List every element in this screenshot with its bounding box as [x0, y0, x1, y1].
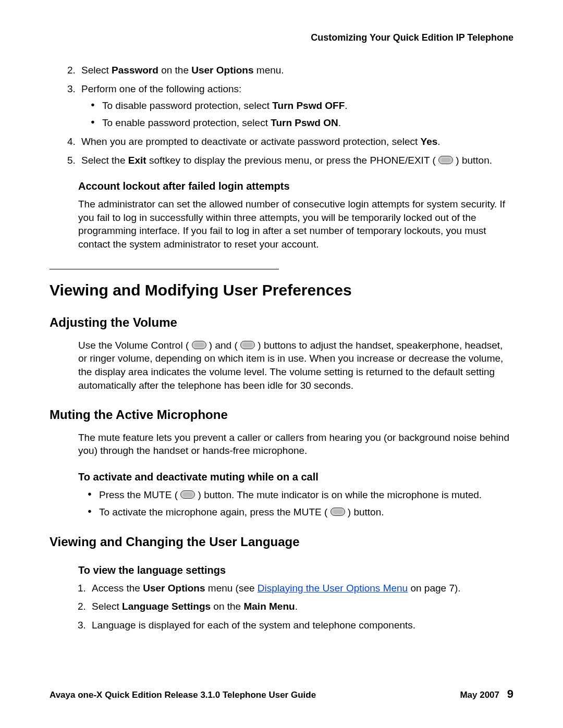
footer-date: May 2007	[460, 690, 499, 700]
volume-paragraph: Use the Volume Control ( ) and ( ) butto…	[78, 339, 513, 392]
password-steps: Select Password on the User Options menu…	[78, 64, 513, 167]
running-header: Customizing Your Quick Edition IP Teleph…	[50, 31, 513, 44]
step-3-bullet-1: To disable password protection, select T…	[91, 99, 513, 113]
lang-step-2: Select Language Settings on the Main Men…	[89, 600, 513, 613]
footer-doc-title: Avaya one-X Quick Edition Release 3.1.0 …	[50, 689, 316, 701]
language-subheading: To view the language settings	[78, 563, 513, 577]
section-title: Viewing and Modifying User Preferences	[50, 280, 513, 301]
lockout-heading: Account lockout after failed login attem…	[78, 179, 513, 193]
page-footer: Avaya one-X Quick Edition Release 3.1.0 …	[50, 686, 513, 702]
step-3-bullet-2: To enable password protection, select Tu…	[91, 116, 513, 130]
mute-heading: Muting the Active Microphone	[50, 406, 513, 423]
page-number: 9	[507, 687, 513, 700]
step-4: When you are prompted to deactivate or a…	[78, 135, 513, 149]
document-page: Customizing Your Quick Edition IP Teleph…	[0, 0, 563, 728]
mute-bullet-1: Press the MUTE ( ) button. The mute indi…	[88, 488, 513, 502]
step-2: Select Password on the User Options menu…	[78, 64, 513, 77]
volume-heading: Adjusting the Volume	[50, 314, 513, 331]
volume-down-button-icon	[192, 341, 206, 349]
lockout-paragraph: The administrator can set the allowed nu…	[78, 198, 513, 251]
section-divider	[50, 269, 279, 269]
mute-button-icon	[180, 490, 195, 499]
mute-button-icon	[331, 508, 345, 516]
step-5: Select the Exit softkey to display the p…	[78, 154, 513, 167]
mute-bullet-2: To activate the microphone again, press …	[88, 505, 513, 519]
user-options-menu-link[interactable]: Displaying the User Options Menu	[258, 583, 408, 594]
step-3: Perform one of the following actions: To…	[78, 82, 513, 130]
footer-right: May 2007 9	[460, 686, 513, 702]
language-heading: Viewing and Changing the User Language	[50, 534, 513, 550]
mute-paragraph: The mute feature lets you prevent a call…	[78, 431, 513, 458]
phone-exit-button-icon	[438, 156, 453, 164]
lang-step-3: Language is displayed for each of the sy…	[89, 619, 513, 632]
lang-step-1: Access the User Options menu (see Displa…	[89, 582, 513, 595]
volume-up-button-icon	[240, 341, 255, 349]
mute-subheading: To activate and deactivate muting while …	[78, 470, 513, 484]
